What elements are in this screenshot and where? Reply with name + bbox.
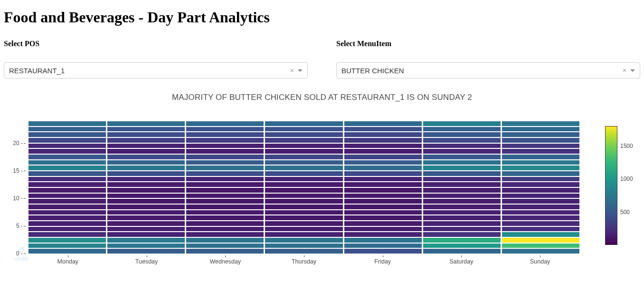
heatmap-cell <box>186 205 264 209</box>
heatmap-cell <box>28 210 106 215</box>
heatmap-row <box>28 127 579 133</box>
pos-select[interactable]: RESTAURANT_1 × <box>4 62 308 78</box>
heatmap-cell <box>344 188 422 193</box>
heatmap-cell <box>423 182 501 187</box>
heatmap-cell <box>107 182 185 187</box>
heatmap-cell <box>344 215 422 220</box>
heatmap-cell <box>344 166 422 170</box>
heatmap-cell <box>265 177 342 182</box>
heatmap-cell <box>28 121 106 126</box>
pos-select-value: RESTAURANT_1 <box>9 67 290 75</box>
heatmap-row <box>28 160 579 166</box>
heatmap-cell <box>107 177 185 182</box>
heatmap-cell <box>107 210 185 215</box>
x-axis: MondayTuesdayWednesdayThursdayFridaySatu… <box>28 255 579 265</box>
pos-label: Select POS <box>4 39 308 48</box>
heatmap-cell <box>502 215 579 220</box>
heatmap-plot[interactable]: 0 -5 -10 -15 -20 - 50010001500 <box>0 121 644 254</box>
heatmap-cell <box>186 227 264 232</box>
heatmap-cell <box>28 205 106 209</box>
chevron-down-icon[interactable] <box>630 69 635 72</box>
heatmap-cell <box>265 238 342 243</box>
heatmap-cell <box>265 249 342 254</box>
heatmap-cell <box>344 199 422 204</box>
heatmap-cell <box>186 215 264 220</box>
heatmap-row <box>28 210 579 216</box>
heatmap-cell <box>28 166 106 170</box>
heatmap-cell <box>107 205 185 209</box>
heatmap-cell <box>502 194 579 198</box>
y-tick: 5 - <box>16 223 23 229</box>
heatmap-row <box>28 177 579 183</box>
menuitem-label: Select MenuItem <box>336 39 640 48</box>
heatmap-cell <box>265 155 342 159</box>
heatmap-cell <box>423 210 501 215</box>
heatmap-row <box>28 171 579 177</box>
heatmap-cell <box>502 144 579 148</box>
heatmap-cell <box>186 160 264 165</box>
heatmap-cell <box>28 194 106 198</box>
heatmap-cell <box>186 244 264 248</box>
heatmap-cell <box>344 221 422 226</box>
heatmap-cell <box>344 127 422 132</box>
heatmap-cell <box>344 232 422 237</box>
heatmap-cell <box>28 160 106 165</box>
heatmap-cell <box>423 188 501 193</box>
heatmap-cell <box>265 194 342 198</box>
x-tick: Thursday <box>265 255 343 265</box>
undo-icon: ↺ <box>14 246 28 255</box>
menuitem-select[interactable]: BUTTER CHICKEN × <box>336 62 640 78</box>
heatmap-cell <box>502 188 579 193</box>
heatmap-cell <box>423 166 501 170</box>
clear-icon[interactable]: × <box>290 67 294 74</box>
heatmap-cell <box>423 194 501 198</box>
heatmap-cell <box>265 215 342 220</box>
heatmap-cell <box>502 244 579 248</box>
heatmap-cell <box>186 210 264 215</box>
heatmap-row <box>28 199 579 205</box>
heatmap-cell <box>186 177 264 182</box>
chart-title: MAJORITY OF BUTTER CHICKEN SOLD AT RESTA… <box>0 93 644 102</box>
heatmap-row <box>28 149 579 155</box>
heatmap-cell <box>28 155 106 159</box>
heatmap-cell <box>423 227 501 232</box>
heatmap-cell <box>265 188 342 193</box>
x-tick: Wednesday <box>186 255 265 265</box>
x-tick: Tuesday <box>107 255 186 265</box>
heatmap-cell <box>265 171 342 176</box>
heatmap-cell <box>502 132 579 137</box>
heatmap-cell <box>28 144 106 148</box>
heatmap-cell <box>28 132 106 137</box>
chevron-down-icon[interactable] <box>298 69 303 72</box>
heatmap-cell <box>502 121 579 126</box>
colorbar-tick: 500 <box>620 209 630 215</box>
heatmap-row <box>28 155 579 160</box>
heatmap-row <box>28 166 579 171</box>
heatmap-cell <box>107 160 185 165</box>
heatmap-cell <box>28 127 106 132</box>
heatmap-cell <box>28 182 106 187</box>
heatmap-cell <box>502 205 579 209</box>
heatmap-cell <box>423 205 501 209</box>
heatmap-cell <box>423 144 501 148</box>
heatmap-cell <box>186 238 264 243</box>
heatmap-cell <box>265 232 342 237</box>
heatmap-cell <box>423 215 501 220</box>
undo-label: undo <box>14 255 28 262</box>
heatmap-cell <box>107 232 185 237</box>
heatmap-cell <box>28 244 106 248</box>
heatmap-cell <box>502 155 579 159</box>
heatmap-cell <box>423 238 501 243</box>
undo-button[interactable]: ↺ undo <box>14 246 28 262</box>
heatmap-cell <box>265 210 342 215</box>
clear-icon[interactable]: × <box>623 67 626 74</box>
heatmap-cell <box>344 160 422 165</box>
heatmap-cell <box>186 232 264 237</box>
heatmap-cell <box>186 127 264 132</box>
heatmap-cell <box>186 188 264 193</box>
heatmap-cell <box>423 155 501 159</box>
heatmap-cell <box>344 144 422 148</box>
heatmap-row <box>28 144 579 149</box>
heatmap-cell <box>28 249 106 254</box>
heatmap-cell <box>186 249 264 254</box>
